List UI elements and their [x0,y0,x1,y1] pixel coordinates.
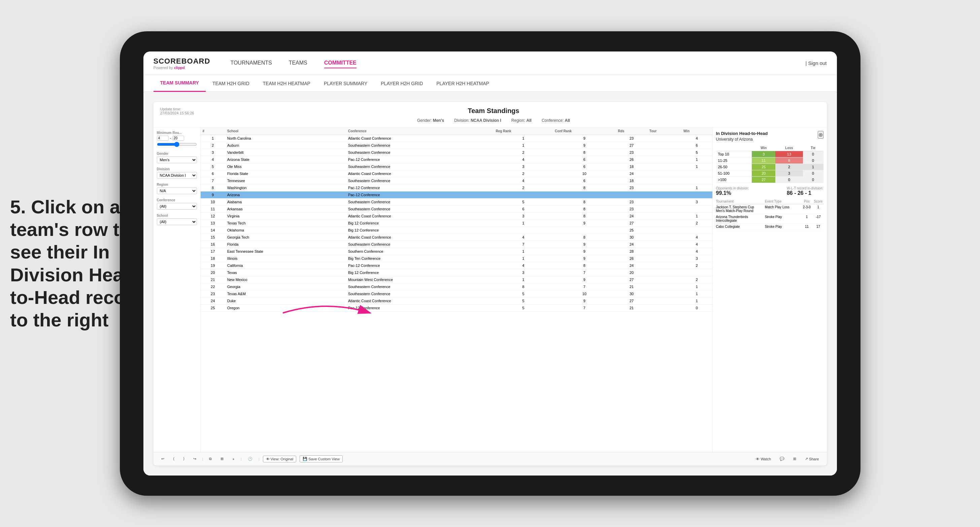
nav-tournaments[interactable]: TOURNAMENTS [230,58,272,68]
cell-conf-rank: 8 [553,198,616,206]
cell-tour [648,198,681,206]
step-back-button[interactable]: ⟨ [170,456,177,462]
cell-conf-rank: 9 [553,241,616,248]
sub-nav-player-h2h-heatmap[interactable]: PLAYER H2H HEATMAP [430,75,496,92]
t-pos: 1 [802,215,812,219]
step-forward-button[interactable]: ⟩ [180,456,187,462]
nav-committee[interactable]: COMMITTEE [324,58,356,68]
cell-conf-rank: 6 [553,156,616,163]
cell-tour [648,192,681,198]
sub-nav-team-h2h-heatmap[interactable]: TEAM H2H HEATMAP [256,75,317,92]
table-row[interactable]: 24 Duke Atlantic Coast Conference 5 9 27… [200,297,712,305]
copy-button[interactable]: ⧉ [206,456,215,462]
table-row[interactable]: 22 Georgia Southeastern Conference 8 7 2… [200,283,712,290]
tournament-row: Arizona Thunderbirds Intercollegiate Str… [716,214,824,224]
school-select[interactable]: (All) [157,218,197,225]
cell-conf-rank [553,192,616,198]
table-row[interactable]: 20 Texas Big 12 Conference 3 7 20 [200,269,712,276]
h2h-tie-cell: 1 [803,164,824,170]
time-button[interactable]: 🕐 [245,456,255,462]
min-rounds-input[interactable] [157,136,169,141]
opponents-label: Opponents in division: [716,186,749,190]
watch-button[interactable]: 👁 Watch [753,456,774,462]
table-row[interactable]: 11 Arkansas Southeastern Conference 6 8 … [200,206,712,213]
add-button[interactable]: + [230,456,237,462]
col-conf-rank: Conf Rank [553,127,616,135]
table-row[interactable]: 10 Alabama Southeastern Conference 5 8 2… [200,198,712,206]
cell-school: Ole Miss [225,163,346,170]
cell-tour [648,177,681,184]
conference-select[interactable]: (All) [157,203,197,210]
cell-num: 10 [200,198,225,206]
h2h-close-button[interactable]: ⊗ [818,131,824,139]
chat-button[interactable]: 💬 [777,456,787,462]
table-row[interactable]: 6 Florida State Atlantic Coast Conferenc… [200,170,712,177]
region-select[interactable]: N/A [157,187,197,194]
table-row[interactable]: 21 New Mexico Mountain West Conference 1… [200,276,712,283]
sub-nav-player-h2h-grid[interactable]: PLAYER H2H GRID [374,75,430,92]
cell-rds: 24 [616,241,647,248]
cell-win: 1 [681,184,712,192]
t-header-tournament: Tournament [716,200,764,203]
share-button[interactable]: ↗ Share [802,456,821,462]
table-row[interactable]: 3 Vanderbilt Southeastern Conference 2 8… [200,149,712,156]
sub-nav-team-h2h-grid[interactable]: TEAM H2H GRID [206,75,256,92]
filter-range-input: - [157,136,197,141]
sub-nav-player-summary[interactable]: PLAYER SUMMARY [317,75,374,92]
wlt-value: 86 - 26 - 1 [787,190,824,196]
cell-conf-rank: 7 [553,269,616,276]
table-row[interactable]: 13 Texas Tech Big 12 Conference 1 9 27 2 [200,220,712,227]
division-select[interactable]: NCAA Division I [157,172,197,179]
table-row[interactable]: 9 Arizona Pac-12 Conference [200,192,712,198]
table-row[interactable]: 5 Ole Miss Southeastern Conference 3 6 1… [200,163,712,170]
redo-button[interactable]: ↪ [191,456,199,462]
table-row[interactable]: 17 East Tennessee State Southern Confere… [200,248,712,255]
col-rds: Rds [616,127,647,135]
cell-school: Georgia Tech [225,234,346,241]
view-original-button[interactable]: 👁 View: Original [263,456,297,462]
undo-button[interactable]: ↩ [159,456,167,462]
cell-tour [648,276,681,283]
table-row[interactable]: 14 Oklahoma Big 12 Conference 25 [200,227,712,234]
gender-select[interactable]: Men's Women's [157,157,197,163]
toolbar-sep1: | [202,457,203,461]
cell-reg-rank: 4 [493,177,553,184]
table-row[interactable]: 16 Florida Southeastern Conference 7 9 2… [200,241,712,248]
top-nav: SCOREBOARD Powered by clippd TOURNAMENTS… [143,51,837,75]
table-row[interactable]: 8 Washington Pac-12 Conference 2 8 23 1 [200,184,712,192]
cell-win: 4 [681,241,712,248]
max-rounds-input[interactable] [172,136,184,141]
table-area: # School Conference Reg Rank Conf Rank R… [200,127,712,452]
h2h-col-range [716,145,752,151]
cell-reg-rank: 1 [493,276,553,283]
table-row[interactable]: 2 Auburn Southeastern Conference 1 9 27 … [200,142,712,149]
sub-nav-team-summary[interactable]: TEAM SUMMARY [154,75,206,92]
paste-button[interactable]: ⊞ [218,456,226,462]
cell-conference: Atlantic Coast Conference [346,234,494,241]
cell-conf-rank: 9 [553,297,616,305]
cell-tour [648,255,681,262]
table-row[interactable]: 12 Virginia Atlantic Coast Conference 3 … [200,213,712,220]
rounds-slider[interactable] [157,142,197,147]
table-row[interactable]: 23 Texas A&M Southeastern Conference 5 1… [200,290,712,297]
cell-win [681,206,712,213]
cell-tour [648,170,681,177]
nav-teams[interactable]: TEAMS [289,58,307,68]
h2h-panel: In Division Head-to-Head University of A… [712,127,827,452]
save-custom-button[interactable]: 💾 Save Custom View [300,455,343,462]
table-row[interactable]: 19 California Pac-12 Conference 4 8 24 2 [200,262,712,269]
h2h-loss-cell: 13 [775,151,803,157]
cell-num: 23 [200,290,225,297]
table-row[interactable]: 15 Georgia Tech Atlantic Coast Conferenc… [200,234,712,241]
table-row[interactable]: 18 Illinois Big Ten Conference 1 9 26 3 [200,255,712,262]
table-row[interactable]: 7 Tennessee Southeastern Conference 4 6 … [200,177,712,184]
sign-out-button[interactable]: | Sign out [805,60,826,66]
grid-button[interactable]: ⊞ [791,456,799,462]
table-row[interactable]: 25 Oregon Pac-12 Conference 5 7 21 0 [200,305,712,312]
h2h-win-cell: 20 [752,170,775,177]
cell-win: 2 [681,276,712,283]
cell-conference: Pac-12 Conference [346,156,494,163]
cell-conference: Atlantic Coast Conference [346,135,494,142]
table-row[interactable]: 1 North Carolina Atlantic Coast Conferen… [200,135,712,142]
table-row[interactable]: 4 Arizona State Pac-12 Conference 4 6 26… [200,156,712,163]
